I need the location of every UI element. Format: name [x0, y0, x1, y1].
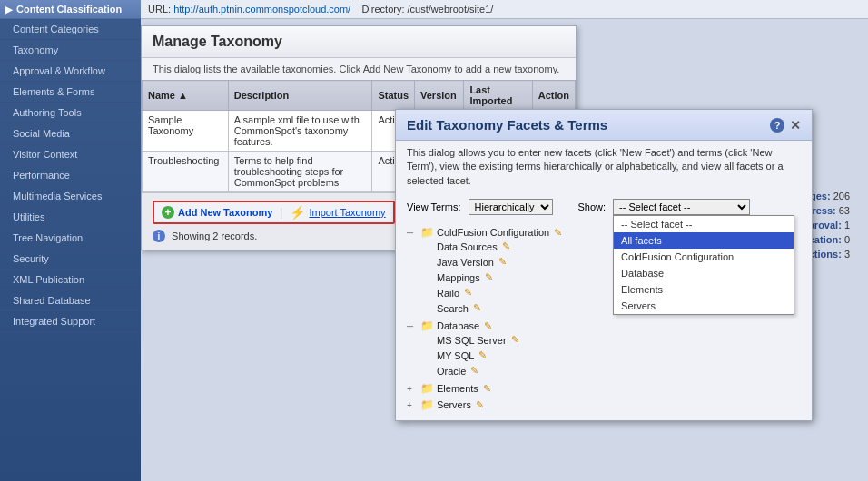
sidebar-section-label: Content Classification — [16, 4, 122, 15]
help-icon[interactable]: ? — [770, 118, 784, 133]
expand-icon — [423, 257, 434, 267]
expand-icon — [423, 303, 434, 313]
row1-desc: A sample xml file to use with CommonSpot… — [228, 111, 372, 152]
pencil-icon[interactable]: ✎ — [484, 320, 492, 332]
add-new-taxonomy-button[interactable]: Add New Taxonomy — [178, 207, 272, 218]
lightning-icon: ⚡ — [290, 205, 305, 220]
col-last-imported: Last Imported — [464, 81, 532, 111]
folder-icon: 📁 — [420, 382, 434, 395]
topbar: URL: http://auth.ptnin.commonspotcloud.c… — [141, 0, 868, 19]
pencil-icon[interactable]: ✎ — [498, 256, 507, 268]
dir-label: Directory: — [361, 4, 404, 15]
expand-icon — [423, 350, 434, 360]
sidebar-item-authoring-tools[interactable]: Authoring Tools — [0, 103, 141, 123]
sidebar-item-shared-database[interactable]: Shared Database — [0, 290, 141, 311]
expand-icon — [423, 272, 434, 282]
view-terms-label: View Terms: — [407, 201, 461, 212]
row2-desc: Terms to help find troubleshooting steps… — [228, 152, 372, 192]
expand-icon — [423, 335, 434, 345]
row1-name: Sample Taxonomy — [143, 111, 229, 152]
pencil-icon[interactable]: ✎ — [554, 227, 562, 239]
scheduled-value: 0 — [844, 234, 850, 245]
sidebar-item-security[interactable]: Security — [0, 249, 141, 270]
facet-dropdown-container: -- Select facet -- All facets ColdFusion… — [613, 199, 750, 215]
dropdown-item-database[interactable]: Database — [614, 265, 794, 281]
inactive-pages-value: 206 — [833, 191, 850, 201]
sidebar: ▶ Content Classification Content Categor… — [0, 0, 141, 481]
folder-icon: 📁 — [420, 226, 434, 239]
pencil-icon[interactable]: ✎ — [483, 383, 491, 395]
add-new-icon: + — [162, 206, 174, 219]
sidebar-item-social-media[interactable]: Social Media — [0, 123, 141, 144]
sidebar-item-performance[interactable]: Performance — [0, 165, 141, 186]
pencil-icon[interactable]: ✎ — [485, 271, 493, 283]
search-collections-value: 3 — [844, 249, 850, 260]
tree-children: MS SQL Server ✎ MY SQL ✎ — [423, 332, 801, 378]
tree-node-mysql: MY SQL ✎ — [423, 348, 801, 363]
node-label: Oracle — [437, 366, 466, 377]
node-label: Mappings — [437, 272, 480, 283]
sidebar-item-content-categories[interactable]: Content Categories — [0, 19, 141, 40]
url-label: URL: — [148, 4, 171, 15]
col-name[interactable]: Name ▲ — [143, 81, 229, 111]
facet-select[interactable]: -- Select facet -- All facets ColdFusion… — [613, 199, 750, 215]
col-action: Action — [532, 81, 575, 111]
dropdown-item-all-facets[interactable]: All facets — [614, 232, 794, 249]
sidebar-item-elements-forms[interactable]: Elements & Forms — [0, 82, 141, 103]
sidebar-item-multimedia[interactable]: Multimedia Services — [0, 186, 141, 207]
sidebar-item-utilities[interactable]: Utilities — [0, 207, 141, 228]
expand-icon: + — [407, 400, 418, 410]
pencil-icon[interactable]: ✎ — [502, 240, 510, 252]
main-content: URL: http://auth.ptnin.commonspotcloud.c… — [141, 0, 868, 481]
url-link[interactable]: http://auth.ptnin.commonspotcloud.com/ — [173, 4, 350, 15]
wip-value: 63 — [839, 205, 850, 216]
pencil-icon[interactable]: ✎ — [470, 365, 478, 377]
pencil-icon[interactable]: ✎ — [464, 287, 472, 299]
view-terms-select[interactable]: Hierarchically — [469, 199, 553, 215]
pencil-icon[interactable]: ✎ — [511, 334, 519, 346]
pencil-icon[interactable]: ✎ — [476, 399, 484, 411]
expand-icon: + — [407, 384, 418, 394]
show-label: Show: — [578, 201, 607, 212]
manage-dialog-title: Manage Taxonomy — [142, 26, 576, 58]
pencil-icon[interactable]: ✎ — [478, 349, 487, 361]
dropdown-item-coldfusion[interactable]: ColdFusion Configuration — [614, 249, 794, 265]
tree-node-database: ─ 📁 Database ✎ MS SQL Server ✎ — [407, 318, 801, 380]
sidebar-item-xml-publication[interactable]: XML Publication — [0, 270, 141, 290]
edit-taxonomy-dialog: Edit Taxonomy Facets & Terms ? ✕ This di… — [395, 109, 813, 421]
sidebar-item-taxonomy[interactable]: Taxonomy — [0, 40, 141, 61]
edit-dialog-desc: This dialog allows you to enter new face… — [396, 141, 812, 195]
node-label: MS SQL Server — [437, 335, 507, 346]
sidebar-item-visitor-context[interactable]: Visitor Context — [0, 144, 141, 165]
close-button[interactable]: ✕ — [790, 118, 801, 133]
dropdown-item-select-facet[interactable]: -- Select facet -- — [614, 216, 794, 232]
node-label: Java Version — [437, 257, 494, 268]
sidebar-item-approval[interactable]: Approval & Workflow — [0, 61, 141, 82]
node-label: Servers — [437, 399, 471, 410]
folder-icon: 📁 — [420, 398, 434, 411]
expand-icon — [423, 241, 434, 251]
node-label: Database — [437, 320, 479, 331]
sidebar-item-tree-navigation[interactable]: Tree Navigation — [0, 228, 141, 249]
node-label: ColdFusion Configuration — [437, 227, 549, 238]
import-taxonomy-button[interactable]: Import Taxonomy — [309, 207, 385, 218]
sidebar-section-content-classification[interactable]: ▶ Content Classification — [0, 0, 141, 19]
dropdown-item-servers[interactable]: Servers — [614, 298, 794, 314]
tree-node-mssql: MS SQL Server ✎ — [423, 332, 801, 348]
pencil-icon[interactable]: ✎ — [473, 302, 481, 314]
node-label: MY SQL — [437, 350, 474, 361]
tree-node-oracle: Oracle ✎ — [423, 363, 801, 378]
col-description: Description — [228, 81, 372, 111]
col-version: Version — [415, 81, 464, 111]
expand-icon: ─ — [407, 228, 418, 238]
view-terms-bar: View Terms: Hierarchically Show: -- Sele… — [396, 195, 812, 221]
collapse-icon: ▶ — [5, 5, 13, 15]
node-label: Railo — [437, 288, 459, 299]
expand-icon — [423, 288, 434, 298]
tree-node-elements: + 📁 Elements ✎ — [407, 380, 801, 397]
dropdown-item-elements[interactable]: Elements — [614, 281, 794, 298]
row2-name: Troubleshooting — [143, 152, 229, 192]
sidebar-item-integrated-support[interactable]: Integrated Support — [0, 311, 141, 332]
edit-dialog-title: Edit Taxonomy Facets & Terms ? ✕ — [396, 110, 812, 141]
expand-icon: ─ — [407, 321, 418, 331]
